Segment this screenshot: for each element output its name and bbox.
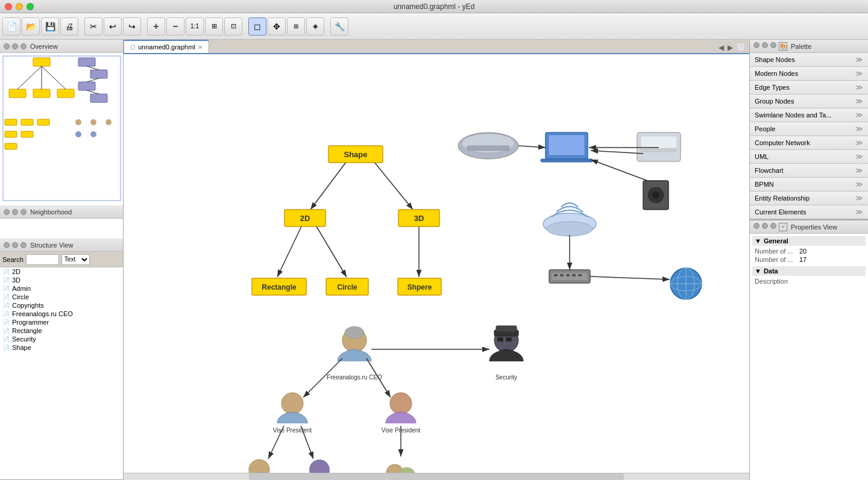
svg-line-4 <box>17 66 42 89</box>
palette-close[interactable] <box>753 42 760 48</box>
props-edges-value: 17 <box>799 256 807 263</box>
palette-item-shape-nodes[interactable]: Shape Nodes≫ <box>750 53 868 67</box>
tab-next-button[interactable]: ▶ <box>726 43 734 52</box>
props-max[interactable] <box>770 223 776 229</box>
overview-close[interactable] <box>4 43 10 49</box>
palette-item-flowchart[interactable]: Flowchart≫ <box>750 164 868 178</box>
new-button[interactable]: 📄 <box>2 17 20 36</box>
svg-rect-48 <box>549 135 585 155</box>
palette-item-group-nodes[interactable]: Group Nodes≫ <box>750 95 868 108</box>
expand-icon: ≫ <box>855 97 863 105</box>
struct-item[interactable]: 📄3D <box>0 276 123 284</box>
maximize-button[interactable] <box>27 3 34 10</box>
close-button[interactable] <box>5 3 12 10</box>
svg-rect-64 <box>578 274 582 276</box>
neighborhood-max[interactable] <box>20 209 27 215</box>
minimize-button[interactable] <box>16 3 23 10</box>
svg-rect-46 <box>467 146 509 151</box>
open-button[interactable]: 📂 <box>22 17 40 36</box>
canvas-area[interactable]: Shape 2D 3D Rectangle Circle Shpere <box>124 54 749 480</box>
neighborhood-min[interactable] <box>12 209 18 215</box>
structure-search-bar: Search Text Label Tag <box>0 252 123 267</box>
svg-line-13 <box>87 90 99 94</box>
overview-min[interactable] <box>12 43 18 49</box>
props-general-collapse-icon[interactable]: ▼ <box>755 237 761 245</box>
zoom-fit2-button[interactable]: ⊡ <box>224 17 242 36</box>
svg-text:Freeanalogs.ru CEO: Freeanalogs.ru CEO <box>327 374 382 381</box>
tab-close-icon[interactable]: ✕ <box>198 44 203 51</box>
props-data-collapse-icon[interactable]: ▼ <box>755 267 761 275</box>
palette-item-people[interactable]: People≫ <box>750 122 868 136</box>
palette-item-modern-nodes[interactable]: Modern Nodes≫ <box>750 67 868 81</box>
props-general-header: ▼ General <box>752 236 866 246</box>
save-button[interactable]: 💾 <box>41 17 59 36</box>
search-type-select[interactable]: Text Label Tag <box>61 254 90 265</box>
structure-min[interactable] <box>12 242 18 248</box>
zoom-reset-button[interactable]: 1:1 <box>186 17 204 36</box>
svg-line-12 <box>87 78 99 82</box>
expand-icon: ≫ <box>855 83 863 92</box>
structure-max[interactable] <box>20 242 27 248</box>
struct-item[interactable]: 📄Rectangle <box>0 326 123 335</box>
palette-item-entity-relationship[interactable]: Entity Relationship≫ <box>750 192 868 205</box>
file-icon: 📄 <box>2 269 10 275</box>
palette-min[interactable] <box>762 42 768 48</box>
props-controls: ✓ <box>753 223 787 231</box>
palette-title: Palette <box>791 43 811 50</box>
palette-item-edge-types[interactable]: Edge Types≫ <box>750 81 868 95</box>
layout-button[interactable]: 🔧 <box>330 17 348 36</box>
redo-button[interactable]: ↪ <box>123 17 141 36</box>
palette-controls: 🎨 <box>753 42 787 51</box>
overview-canvas <box>0 53 123 205</box>
select-button[interactable]: ◻ <box>248 17 266 36</box>
canvas-horizontal-scrollbar[interactable] <box>124 473 749 480</box>
tab-maximize-button[interactable]: ⬜ <box>735 43 747 52</box>
tab-prev-button[interactable]: ◀ <box>717 43 725 52</box>
palette-item-bpmn[interactable]: BPMN≫ <box>750 178 868 192</box>
zoom-out-button[interactable]: − <box>166 17 184 36</box>
file-icon: 📄 <box>2 311 10 317</box>
search-input[interactable] <box>26 254 59 265</box>
palette-item-computer-network[interactable]: Computer Network≫ <box>750 136 868 150</box>
zoom-fit-button[interactable]: ⊞ <box>205 17 223 36</box>
props-min[interactable] <box>762 223 768 229</box>
search-label: Search <box>2 256 24 263</box>
print-button[interactable]: 🖨 <box>60 17 78 36</box>
palette-max[interactable] <box>770 42 776 48</box>
overview-max[interactable] <box>20 43 27 49</box>
grid-button[interactable]: ⊞ <box>287 17 305 36</box>
zoom-in-button[interactable]: + <box>147 17 165 36</box>
struct-item[interactable]: 📄Security <box>0 335 123 343</box>
file-icon: 📄 <box>2 319 10 326</box>
struct-item[interactable]: 📄Programmer <box>0 318 123 326</box>
toolbar: 📄 📂 💾 🖨 ✂ ↩ ↪ + − 1:1 ⊞ ⊡ ◻ ✥ ⊞ ◈ 🔧 <box>0 13 868 40</box>
palette-item-uml[interactable]: UML≫ <box>750 150 868 164</box>
svg-rect-2 <box>33 89 50 98</box>
undo-button[interactable]: ↩ <box>104 17 122 36</box>
props-description-label: Description <box>755 278 797 285</box>
props-header: ✓ Properties View <box>750 220 868 234</box>
palette-item-swimlane-nodes-and-ta...[interactable]: Swimlane Nodes and Ta...≫ <box>750 108 868 122</box>
struct-item[interactable]: 📄Admin <box>0 284 123 293</box>
struct-item[interactable]: 📄Freeanalogs.ru CEO <box>0 310 123 318</box>
move-button[interactable]: ✥ <box>268 17 286 36</box>
neighborhood-title: Neighborhood <box>30 208 72 216</box>
snap-button[interactable]: ◈ <box>306 17 324 36</box>
struct-item[interactable]: 📄Circle <box>0 293 123 301</box>
struct-item[interactable]: 📄Copyrights <box>0 301 123 310</box>
struct-item[interactable]: 📄2D <box>0 267 123 276</box>
tab-label: unnamed0.graphml <box>138 43 195 51</box>
svg-rect-0 <box>33 58 50 66</box>
svg-line-27 <box>310 161 347 210</box>
struct-item[interactable]: 📄Shape <box>0 343 123 352</box>
svg-line-11 <box>87 66 99 70</box>
structure-close[interactable] <box>4 242 10 248</box>
tab-unnamed[interactable]: ⬡ unnamed0.graphml ✕ <box>124 40 209 53</box>
props-nodes-label: Number of ... <box>755 248 797 255</box>
palette-item-current-elements[interactable]: Current Elements≫ <box>750 205 868 219</box>
expand-icon: ≫ <box>855 166 863 175</box>
palette-header: 🎨 Palette <box>750 40 868 53</box>
props-close[interactable] <box>753 223 760 229</box>
cut-button[interactable]: ✂ <box>84 17 102 36</box>
neighborhood-close[interactable] <box>4 209 10 215</box>
